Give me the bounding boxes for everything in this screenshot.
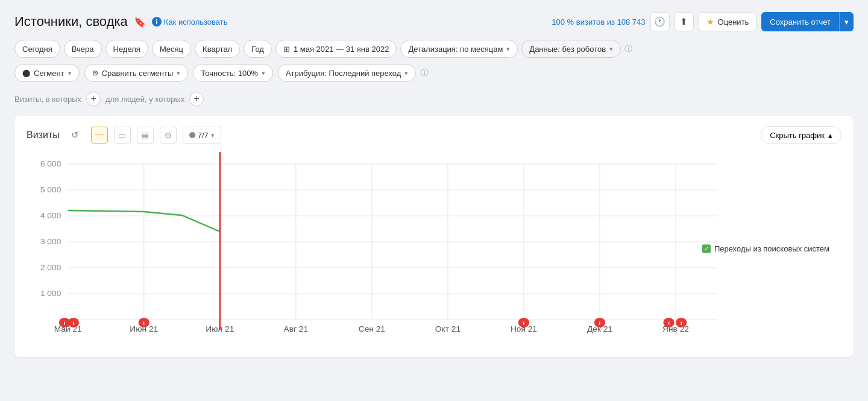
- chart-line-button[interactable]: 〰: [91, 127, 108, 144]
- chart-bar-button[interactable]: ▤: [137, 127, 154, 144]
- visits-stat: 100 % визитов из 108 743: [552, 17, 645, 27]
- attribution-info-icon[interactable]: ⓘ: [421, 68, 429, 78]
- chevron-detail-icon: ▾: [506, 45, 510, 53]
- clock-button[interactable]: 🕐: [650, 12, 670, 31]
- legend-checkbox[interactable]: ✓: [702, 244, 711, 253]
- period-week[interactable]: Неделя: [105, 40, 148, 58]
- segment-icon: ⬤: [22, 69, 30, 77]
- header-right: 100 % визитов из 108 743 🕐 ⬆ ★ Оценить С…: [552, 12, 854, 31]
- save-report-arrow[interactable]: ▾: [839, 12, 854, 31]
- save-btn-group: Сохранить отчет ▾: [761, 12, 854, 31]
- date-range-button[interactable]: ⊞ 1 мая 2021 — 31 янв 2022: [275, 40, 397, 58]
- star-icon: ★: [706, 17, 714, 27]
- compare-segments-button[interactable]: ⊜ Сравнить сегменты ▾: [84, 64, 189, 82]
- svg-text:1 000: 1 000: [40, 289, 61, 298]
- add-condition-button[interactable]: +: [86, 92, 101, 106]
- period-year[interactable]: Год: [244, 40, 272, 58]
- svg-text:4 000: 4 000: [40, 212, 61, 220]
- period-quarter[interactable]: Квартал: [195, 40, 240, 58]
- chart-legend: ✓ Переходы из поисковых систем: [702, 244, 829, 253]
- export-button[interactable]: ⬆: [675, 12, 694, 31]
- data-label: Данные: без роботов: [529, 45, 606, 54]
- svg-text:i: i: [143, 320, 145, 326]
- rate-button[interactable]: ★ Оценить: [699, 12, 757, 31]
- svg-text:i: i: [599, 320, 601, 326]
- attribution-button[interactable]: Атрибуция: Последний переход ▾: [278, 64, 416, 82]
- svg-text:6 000: 6 000: [40, 160, 61, 168]
- svg-text:5 000: 5 000: [40, 186, 61, 194]
- detail-label: Детализация: по месяцам: [408, 45, 503, 54]
- data-select[interactable]: Данные: без роботов ▾: [521, 40, 621, 58]
- svg-text:Сен 21: Сен 21: [359, 325, 385, 333]
- chart-container: 6 000 5 000 4 000 3 000 2 000 1 000: [27, 152, 841, 345]
- page-title: Источники, сводка: [14, 14, 128, 30]
- filter-row: Сегодня Вчера Неделя Месяц Квартал Год ⊞…: [14, 40, 854, 58]
- svg-text:3 000: 3 000: [40, 238, 61, 246]
- segment-button[interactable]: ⬤ Сегмент ▾: [14, 64, 80, 82]
- chevron-data-icon: ▾: [609, 45, 613, 53]
- visits-title: Визиты: [27, 130, 60, 141]
- svg-text:i: i: [681, 320, 682, 326]
- people-label: для людей, у которых: [105, 95, 184, 104]
- svg-text:i: i: [64, 320, 66, 326]
- visits-in-label: Визиты, в которых: [14, 95, 81, 104]
- chevron-compare-icon: ▾: [177, 69, 180, 77]
- calendar-icon: ⊞: [283, 45, 290, 54]
- svg-text:Окт 21: Окт 21: [435, 325, 461, 333]
- chevron-segment-icon: ▾: [68, 69, 72, 77]
- chevron-metrics-icon: ▾: [211, 131, 215, 139]
- svg-text:i: i: [72, 320, 74, 326]
- refresh-button[interactable]: ↺: [66, 125, 85, 145]
- add-people-button[interactable]: +: [189, 92, 204, 106]
- chevron-attribution-icon: ▾: [404, 69, 408, 77]
- period-yesterday[interactable]: Вчера: [64, 40, 102, 58]
- header-row: Источники, сводка 🔖 i Как использовать 1…: [14, 12, 854, 31]
- detail-select[interactable]: Детализация: по месяцам ▾: [400, 40, 518, 58]
- metrics-button[interactable]: 7/7 ▾: [183, 127, 221, 144]
- date-range-label: 1 мая 2021 — 31 янв 2022: [294, 45, 389, 54]
- legend-label: Переходы из поисковых систем: [714, 244, 829, 253]
- hide-chart-button[interactable]: Скрыть график ▴: [761, 126, 841, 144]
- precision-button[interactable]: Точность: 100% ▾: [193, 64, 273, 82]
- info-circle-icon: i: [152, 17, 162, 27]
- info-badge[interactable]: i Как использовать: [152, 17, 228, 27]
- save-report-button[interactable]: Сохранить отчет: [761, 12, 839, 31]
- bookmark-icon[interactable]: 🔖: [134, 16, 146, 28]
- visits-in-row: Визиты, в которых + для людей, у которых…: [14, 92, 854, 106]
- compare-icon: ⊜: [92, 69, 98, 77]
- period-month[interactable]: Месяц: [152, 40, 191, 58]
- svg-text:i: i: [668, 320, 670, 326]
- chart-area-button[interactable]: ▭: [114, 127, 131, 144]
- segment-row: ⬤ Сегмент ▾ ⊜ Сравнить сегменты ▾ Точнос…: [14, 64, 854, 82]
- info-link-label: Как использовать: [164, 17, 228, 27]
- data-info-icon[interactable]: ⓘ: [624, 43, 632, 54]
- period-today[interactable]: Сегодня: [14, 40, 60, 58]
- svg-text:i: i: [523, 320, 525, 326]
- metrics-dot-icon: [189, 132, 195, 138]
- svg-text:Июл 21: Июл 21: [206, 325, 234, 333]
- visits-header-left: Визиты ↺ 〰 ▭ ▤ ⊙ 7/7 ▾: [27, 125, 221, 145]
- chevron-up-icon: ▴: [828, 131, 832, 140]
- header-left: Источники, сводка 🔖 i Как использовать: [14, 14, 228, 30]
- chevron-down-icon: ▾: [844, 17, 849, 27]
- chevron-precision-icon: ▾: [262, 69, 265, 77]
- visits-section: Визиты ↺ 〰 ▭ ▤ ⊙ 7/7 ▾ Скрыть график ▴: [14, 116, 854, 357]
- svg-text:2 000: 2 000: [40, 264, 61, 272]
- visits-header: Визиты ↺ 〰 ▭ ▤ ⊙ 7/7 ▾ Скрыть график ▴: [27, 125, 841, 145]
- svg-text:Авг 21: Авг 21: [284, 325, 309, 333]
- chart-dot-button[interactable]: ⊙: [160, 127, 177, 144]
